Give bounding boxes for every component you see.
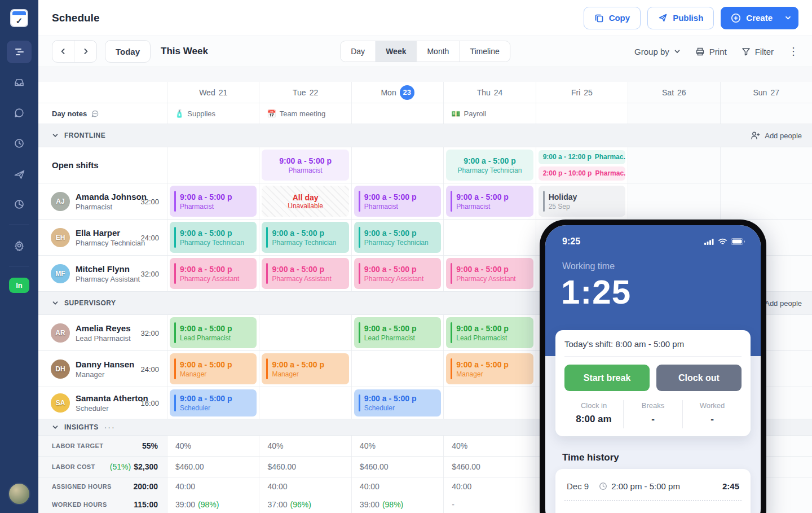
schedule-cell[interactable]: 9:00 a - 5:00 pLead Pharmacist [167, 315, 259, 350]
schedule-cell[interactable]: 9:00 a - 5:00 pManager [259, 351, 351, 387]
group-by-dropdown[interactable]: Group by [634, 47, 681, 56]
day-column-header[interactable]: Tue22 [259, 82, 351, 103]
schedule-cell[interactable]: 9:00 a - 5:00 pPharmacy Assistant [444, 256, 536, 291]
schedule-cell[interactable] [628, 183, 720, 219]
schedule-cell[interactable]: Holiday25 Sep [536, 183, 628, 219]
schedule-cell[interactable]: 9:00 a - 5:00 pScheduler [352, 387, 444, 419]
sidebar-item-time-clock[interactable] [7, 132, 32, 155]
employee-cell[interactable]: AJAmanda JohnsonPharmacist32:00 [38, 183, 167, 219]
schedule-cell[interactable]: 9:00 a - 5:00 pScheduler [167, 387, 259, 419]
sidebar-item-settings[interactable] [7, 234, 32, 257]
publish-button[interactable]: Publish [647, 7, 714, 29]
filter-button[interactable]: Filter [742, 47, 774, 56]
shift-chip[interactable]: 9:00 a - 5:00 pPharmacy Assistant [446, 258, 533, 289]
schedule-cell[interactable] [721, 147, 812, 183]
schedule-cell[interactable] [352, 351, 444, 387]
shift-chip[interactable]: 9:00 a - 5:00 pScheduler [354, 389, 441, 416]
schedule-cell[interactable]: 9:00 a - 5:00 pPharmacist [352, 183, 444, 219]
shift-chip[interactable]: 9:00 a - 5:00 pPharmacy Assistant [170, 258, 257, 289]
create-button[interactable]: Create [721, 7, 798, 29]
shift-chip[interactable]: 9:00 a - 5:00 pPharmacy Technician [170, 222, 257, 253]
schedule-cell[interactable] [167, 147, 259, 183]
schedule-cell[interactable]: All dayUnavailable [259, 183, 351, 219]
employee-cell[interactable]: MFMitchel FlynnPharmacy Assistant32:00 [38, 256, 167, 291]
shift-chip[interactable]: 9:00 a - 5:00 pScheduler [170, 389, 257, 416]
section-toggle[interactable]: SUPERVISORY [52, 299, 116, 307]
schedule-cell[interactable]: 9:00 a - 5:00 pManager [167, 351, 259, 387]
time-history-row[interactable]: Dec 9 2:00 pm - 5:00 pm 2:45 [564, 471, 742, 501]
schedule-cell[interactable] [352, 147, 444, 183]
schedule-cell[interactable]: 9:00 a - 5:00 pLead Pharmacist [352, 315, 444, 350]
shift-chip[interactable]: 9:00 a - 5:00 pManager [262, 353, 348, 384]
schedule-cell[interactable] [628, 147, 720, 183]
shift-chip[interactable]: 9:00 a - 5:00 pLead Pharmacist [354, 317, 441, 348]
insights-menu-button[interactable]: ··· [104, 423, 116, 432]
sidebar-item-schedule[interactable] [7, 41, 32, 63]
schedule-cell[interactable]: 9:00 a - 5:00 pManager [444, 351, 536, 387]
prev-week-button[interactable] [52, 41, 74, 62]
day-note[interactable]: 📅Team meeting [259, 103, 351, 124]
view-tab-timeline[interactable]: Timeline [460, 41, 509, 62]
schedule-cell[interactable] [444, 220, 536, 255]
day-cell[interactable] [536, 103, 628, 124]
shift-chip[interactable]: 9:00 a - 5:00 pPharmacist [354, 186, 441, 217]
shift-chip[interactable]: 9:00 a - 5:00 pPharmacy Technician [354, 222, 441, 253]
schedule-cell[interactable]: 9:00 a - 5:00 pPharmacy Assistant [352, 256, 444, 291]
shift-chip[interactable]: 9:00 a - 5:00 pPharmacy Assistant [262, 258, 348, 289]
day-column-header[interactable]: Thu24 [444, 82, 536, 103]
shift-chip[interactable]: 9:00 a - 5:00 pPharmacy Technician [262, 222, 348, 253]
start-break-button[interactable]: Start break [564, 365, 650, 391]
day-column-header[interactable]: Fri25 [536, 82, 628, 103]
mini-shift-chip[interactable]: 2:00 p - 10:00 pPharmac... [539, 166, 625, 181]
section-toggle[interactable]: FRONTLINE [52, 131, 105, 139]
copy-button[interactable]: Copy [584, 7, 641, 29]
day-note[interactable]: 💵Payroll [444, 103, 536, 124]
open-shift-chip[interactable]: 9:00 a - 5:00 pPharmacist [262, 150, 348, 181]
open-shifts-label-cell[interactable]: Open shifts [38, 147, 167, 183]
employee-cell[interactable]: SASamanta AthertonScheduler16:00 [38, 387, 167, 419]
schedule-cell[interactable]: 9:00 a - 5:00 pPharmacist [167, 183, 259, 219]
schedule-cell[interactable]: 9:00 a - 12:00 pPharmac...2:00 p - 10:00… [536, 147, 628, 183]
shift-chip[interactable]: 9:00 a - 5:00 pManager [170, 353, 257, 384]
mini-shift-chip[interactable]: 9:00 a - 12:00 pPharmac... [539, 150, 625, 164]
schedule-cell[interactable] [259, 315, 351, 350]
employee-cell[interactable]: EHElla HarperPharmacy Technician24:00 [38, 220, 167, 255]
unavailable-chip[interactable]: All dayUnavailable [262, 186, 348, 217]
sidebar-item-time-off[interactable] [7, 163, 32, 185]
view-tab-week[interactable]: Week [376, 41, 417, 62]
more-options-button[interactable]: ⋮ [788, 45, 798, 58]
sidebar-item-inbox[interactable] [7, 71, 32, 94]
user-avatar[interactable] [8, 483, 30, 505]
day-cell[interactable] [721, 103, 812, 124]
day-column-header[interactable]: Wed21 [167, 82, 259, 103]
clock-out-button[interactable]: Clock out [656, 365, 742, 391]
insights-toggle[interactable]: INSIGHTS [52, 423, 99, 431]
schedule-cell[interactable]: 9:00 a - 5:00 pPharmacy Technician [352, 220, 444, 255]
shift-chip[interactable]: 9:00 a - 5:00 pManager [446, 353, 533, 384]
today-button[interactable]: Today [105, 40, 151, 63]
employee-cell[interactable]: DHDanny HansenManager24:00 [38, 351, 167, 387]
open-shift-chip[interactable]: 9:00 a - 5:00 pPharmacy Technician [446, 150, 533, 181]
schedule-cell[interactable] [259, 387, 351, 419]
print-button[interactable]: Print [695, 47, 727, 56]
holiday-chip[interactable]: Holiday25 Sep [539, 186, 625, 217]
day-cell[interactable] [352, 103, 444, 124]
create-chevron-down-icon[interactable] [784, 14, 792, 21]
day-column-header[interactable]: Sun27 [721, 82, 812, 103]
sidebar-item-messages[interactable] [7, 102, 32, 124]
schedule-cell[interactable]: 9:00 a - 5:00 pPharmacy Technician [167, 220, 259, 255]
add-people-button[interactable]: Add people [751, 131, 802, 140]
view-tab-month[interactable]: Month [417, 41, 460, 62]
schedule-cell[interactable] [721, 183, 812, 219]
day-column-header[interactable]: Mon23 [352, 82, 444, 103]
app-logo[interactable]: ✓ [0, 0, 38, 36]
shift-chip[interactable]: 9:00 a - 5:00 pLead Pharmacist [446, 317, 533, 348]
schedule-cell[interactable] [444, 387, 536, 419]
schedule-cell[interactable]: 9:00 a - 5:00 pPharmacy Assistant [167, 256, 259, 291]
clocked-in-badge[interactable]: In [9, 278, 29, 293]
day-column-header[interactable]: Sat26 [628, 82, 720, 103]
sidebar-item-reports[interactable] [7, 193, 32, 216]
employee-cell[interactable]: ARAmelia ReyesLead Pharmacist32:00 [38, 315, 167, 350]
shift-chip[interactable]: 9:00 a - 5:00 pLead Pharmacist [170, 317, 257, 348]
shift-chip[interactable]: 9:00 a - 5:00 pPharmacist [446, 186, 533, 217]
